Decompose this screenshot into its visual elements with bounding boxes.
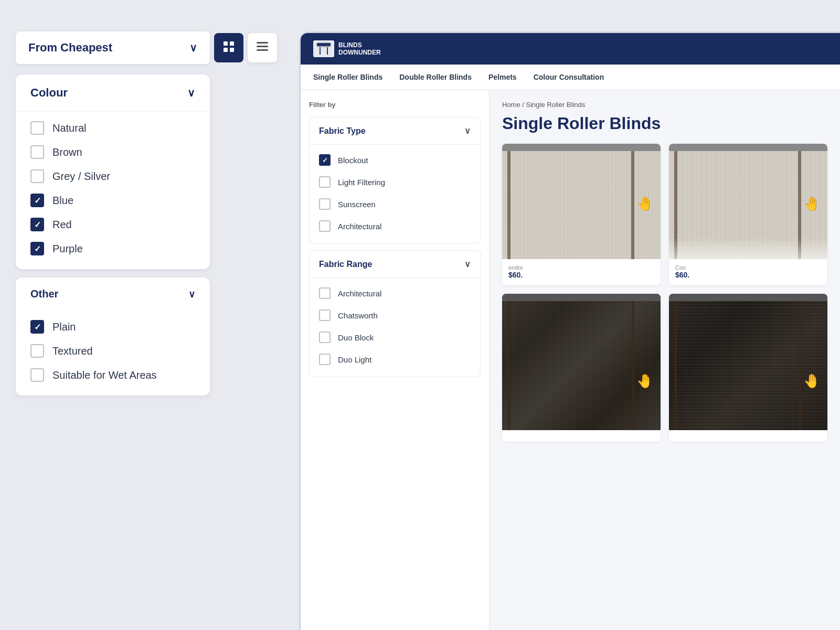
svg-rect-2 <box>224 48 228 52</box>
nav-item-single-roller[interactable]: Single Roller Blinds <box>313 65 382 90</box>
product-card-3[interactable]: 🤚 <box>502 294 661 442</box>
other-checkbox-plain[interactable] <box>30 320 44 334</box>
other-label-textured: Textured <box>52 345 93 357</box>
content-area: Filter by Fabric Type ∨ Blockout <box>301 90 840 630</box>
browser-frame: BLINDS DOWNUNDER Single Roller Blinds Do… <box>299 31 840 630</box>
colour-filter-header[interactable]: Colour ∨ <box>16 74 210 112</box>
fabric-range-header[interactable]: Fabric Range ∨ <box>310 251 480 277</box>
svg-rect-4 <box>257 42 268 44</box>
colour-label-natural: Natural <box>52 122 86 134</box>
colour-checkbox-blue[interactable] <box>30 194 44 207</box>
nav-item-double-roller[interactable]: Double Roller Blinds <box>399 65 472 90</box>
svg-rect-9 <box>320 47 321 55</box>
svg-rect-12 <box>317 49 330 49</box>
product-image-2: 🤚 <box>669 144 827 259</box>
nav-item-colour-consultation[interactable]: Colour Consultation <box>534 65 604 90</box>
site-nav: Single Roller Blinds Double Roller Blind… <box>301 65 840 90</box>
right-panel: BLINDS DOWNUNDER Single Roller Blinds Do… <box>299 31 840 630</box>
colour-item-purple[interactable]: Purple <box>26 237 199 261</box>
fabric-label-blockout: Blockout <box>338 156 368 165</box>
colour-label-blue: Blue <box>52 195 73 207</box>
svg-rect-3 <box>230 48 234 52</box>
colour-checkbox-red[interactable] <box>30 218 44 231</box>
grid-view-button[interactable] <box>214 33 243 62</box>
colour-filter-items: Natural Brown Grey / Silver Blue Red <box>16 112 210 269</box>
colour-item-red[interactable]: Red <box>26 212 199 237</box>
fabric-range-items: Architectural Chatsworth Duo Block <box>310 278 480 377</box>
product-price-1: $60. <box>508 271 654 279</box>
range-checkbox-duo-light[interactable] <box>319 354 331 365</box>
fabric-range-chevron: ∨ <box>464 259 471 269</box>
sort-label: From Cheapest <box>28 41 112 55</box>
range-item-chatsworth[interactable]: Chatsworth <box>316 304 474 326</box>
range-checkbox-duo-block[interactable] <box>319 332 331 343</box>
range-item-duo-light[interactable]: Duo Light <box>316 348 474 370</box>
fabric-item-sunscreen[interactable]: Sunscreen <box>316 193 474 215</box>
range-item-duo-block[interactable]: Duo Block <box>316 326 474 348</box>
range-checkbox-chatsworth[interactable] <box>319 309 331 321</box>
product-grid: 🤚 endor $60. <box>502 144 827 442</box>
colour-checkbox-brown[interactable] <box>30 145 44 159</box>
colour-item-brown[interactable]: Brown <box>26 140 199 164</box>
colour-checkbox-purple[interactable] <box>30 242 44 255</box>
product-image-4: 🤚 <box>669 294 827 430</box>
range-checkbox-architectural[interactable] <box>319 287 331 299</box>
product-card-1[interactable]: 🤚 endor $60. <box>502 144 661 285</box>
range-label-architectural: Architectural <box>338 289 381 298</box>
svg-rect-0 <box>224 41 228 46</box>
fabric-type-section: Fabric Type ∨ Blockout Light Fil <box>309 117 481 244</box>
colour-item-blue[interactable]: Blue <box>26 188 199 212</box>
colour-label-purple: Purple <box>52 243 83 255</box>
sort-chevron: ∨ <box>189 41 197 54</box>
colour-checkbox-grey[interactable] <box>30 169 44 183</box>
breadcrumb-separator: / <box>522 101 526 109</box>
fabric-item-light-filtering[interactable]: Light Filtering <box>316 171 474 193</box>
hand-icon-4: 🤚 <box>803 373 820 389</box>
fabric-type-title: Fabric Type <box>319 126 366 136</box>
svg-rect-1 <box>230 41 234 46</box>
fabric-type-header[interactable]: Fabric Type ∨ <box>310 118 480 144</box>
fabric-item-blockout[interactable]: Blockout <box>316 149 474 171</box>
product-vendor-1: endor <box>508 264 654 271</box>
colour-item-grey[interactable]: Grey / Silver <box>26 164 199 188</box>
colour-label-brown: Brown <box>52 146 82 158</box>
other-checkbox-textured[interactable] <box>30 344 44 358</box>
fabric-type-chevron: ∨ <box>464 126 471 136</box>
other-label-plain: Plain <box>52 321 76 333</box>
fabric-item-architectural[interactable]: Architectural <box>316 215 474 237</box>
logo-icon <box>313 40 334 57</box>
other-filter-title: Other <box>30 288 58 300</box>
other-item-textured[interactable]: Textured <box>26 339 199 363</box>
fabric-checkbox-light-filtering[interactable] <box>319 176 331 188</box>
range-item-architectural[interactable]: Architectural <box>316 282 474 304</box>
product-card-4[interactable]: 🤚 <box>669 294 827 442</box>
fabric-checkbox-architectural[interactable] <box>319 220 331 232</box>
other-item-wet-areas[interactable]: Suitable for Wet Areas <box>26 363 199 387</box>
site-header: BLINDS DOWNUNDER <box>301 33 840 65</box>
other-filter-card: Other ∨ Plain Textured Suitable for Wet … <box>16 277 210 396</box>
product-info-4 <box>669 430 827 442</box>
fabric-checkbox-sunscreen[interactable] <box>319 198 331 210</box>
colour-filter-chevron: ∨ <box>187 87 195 99</box>
other-checkbox-wet-areas[interactable] <box>30 368 44 382</box>
breadcrumb: Home / Single Roller Blinds <box>502 101 827 109</box>
grid-icon <box>223 41 235 55</box>
fabric-label-light-filtering: Light Filtering <box>338 178 385 187</box>
svg-rect-10 <box>327 47 328 55</box>
svg-rect-7 <box>317 43 331 46</box>
colour-item-natural[interactable]: Natural <box>26 116 199 140</box>
nav-item-pelmets[interactable]: Pelmets <box>488 65 517 90</box>
page-title: Single Roller Blinds <box>502 114 827 133</box>
fabric-label-architectural: Architectural <box>338 222 381 231</box>
other-item-plain[interactable]: Plain <box>26 315 199 339</box>
range-label-duo-block: Duo Block <box>338 333 374 342</box>
product-card-2[interactable]: 🤚 Con $60. <box>669 144 827 285</box>
sort-dropdown[interactable]: From Cheapest ∨ <box>16 31 210 64</box>
list-view-button[interactable] <box>248 33 277 62</box>
other-filter-header[interactable]: Other ∨ <box>16 277 210 311</box>
product-vendor-2: Con <box>675 264 821 271</box>
fabric-label-sunscreen: Sunscreen <box>338 200 376 209</box>
fabric-checkbox-blockout[interactable] <box>319 154 331 166</box>
colour-filter-card: Colour ∨ Natural Brown Grey / Silver Bl <box>16 74 210 269</box>
colour-checkbox-natural[interactable] <box>30 121 44 135</box>
